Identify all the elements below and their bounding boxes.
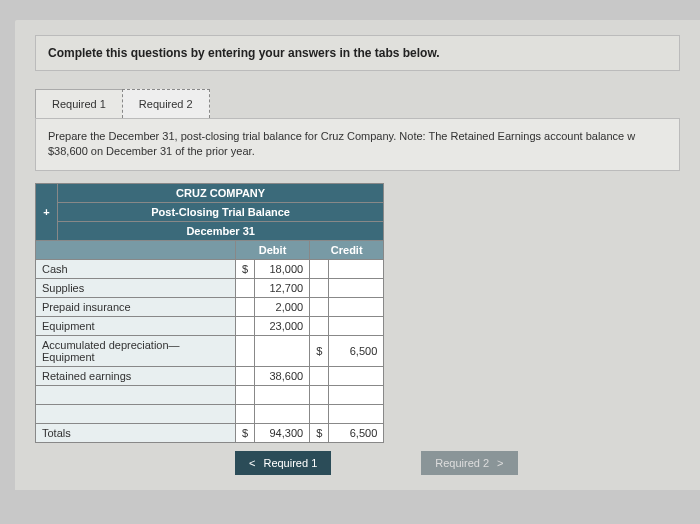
instruction-text: Complete this questions by entering your… xyxy=(35,35,680,71)
debit-amount[interactable] xyxy=(255,335,310,366)
table-row[interactable]: Cash $ 18,000 xyxy=(36,259,384,278)
debit-amount[interactable] xyxy=(255,404,310,423)
totals-debit-symbol: $ xyxy=(236,423,255,442)
debit-amount[interactable]: 38,600 xyxy=(255,366,310,385)
totals-label: Totals xyxy=(36,423,236,442)
credit-amount[interactable] xyxy=(329,366,384,385)
table-row[interactable]: Supplies 12,700 xyxy=(36,278,384,297)
chevron-right-icon: > xyxy=(497,457,503,469)
statement-title: Post-Closing Trial Balance xyxy=(58,202,384,221)
statement-date: December 31 xyxy=(58,221,384,240)
credit-amount[interactable] xyxy=(329,316,384,335)
prev-button[interactable]: < Required 1 xyxy=(235,451,331,475)
debit-amount[interactable]: 18,000 xyxy=(255,259,310,278)
tab-required-2[interactable]: Required 2 xyxy=(122,89,210,118)
prev-label: Required 1 xyxy=(263,457,317,469)
totals-row: Totals $ 94,300 $ 6,500 xyxy=(36,423,384,442)
table-row[interactable]: Retained earnings 38,600 xyxy=(36,366,384,385)
table-row[interactable]: Accumulated depreciation—Equipment $ 6,5… xyxy=(36,335,384,366)
add-row-button[interactable]: + xyxy=(36,183,58,240)
totals-credit: 6,500 xyxy=(329,423,384,442)
table-row[interactable] xyxy=(36,385,384,404)
next-label: Required 2 xyxy=(435,457,489,469)
debit-column-header: Debit xyxy=(236,240,310,259)
debit-amount[interactable]: 2,000 xyxy=(255,297,310,316)
credit-column-header: Credit xyxy=(310,240,384,259)
account-cell[interactable]: Prepaid insurance xyxy=(36,297,236,316)
account-cell[interactable]: Supplies xyxy=(36,278,236,297)
debit-amount[interactable] xyxy=(255,385,310,404)
credit-symbol: $ xyxy=(310,335,329,366)
account-cell[interactable]: Equipment xyxy=(36,316,236,335)
credit-amount[interactable] xyxy=(329,278,384,297)
debit-amount[interactable]: 23,000 xyxy=(255,316,310,335)
account-cell[interactable] xyxy=(36,385,236,404)
credit-amount[interactable] xyxy=(329,385,384,404)
next-button[interactable]: Required 2 > xyxy=(421,451,517,475)
debit-amount[interactable]: 12,700 xyxy=(255,278,310,297)
account-cell[interactable]: Retained earnings xyxy=(36,366,236,385)
account-column-header xyxy=(36,240,236,259)
question-prompt: Prepare the December 31, post-closing tr… xyxy=(35,118,680,171)
tab-row: Required 1 Required 2 xyxy=(35,89,680,118)
credit-symbol xyxy=(310,259,329,278)
credit-amount[interactable] xyxy=(329,259,384,278)
chevron-left-icon: < xyxy=(249,457,255,469)
credit-amount[interactable]: 6,500 xyxy=(329,335,384,366)
totals-credit-symbol: $ xyxy=(310,423,329,442)
credit-amount[interactable] xyxy=(329,297,384,316)
debit-symbol: $ xyxy=(236,259,255,278)
tab-required-1[interactable]: Required 1 xyxy=(35,89,123,118)
account-cell[interactable]: Accumulated depreciation—Equipment xyxy=(36,335,236,366)
trial-balance-table: + CRUZ COMPANY Post-Closing Trial Balanc… xyxy=(35,183,384,443)
account-cell[interactable] xyxy=(36,404,236,423)
credit-amount[interactable] xyxy=(329,404,384,423)
plus-icon: + xyxy=(43,206,49,218)
table-row[interactable] xyxy=(36,404,384,423)
table-row[interactable]: Equipment 23,000 xyxy=(36,316,384,335)
totals-debit: 94,300 xyxy=(255,423,310,442)
table-row[interactable]: Prepaid insurance 2,000 xyxy=(36,297,384,316)
company-name: CRUZ COMPANY xyxy=(58,183,384,202)
account-cell[interactable]: Cash xyxy=(36,259,236,278)
